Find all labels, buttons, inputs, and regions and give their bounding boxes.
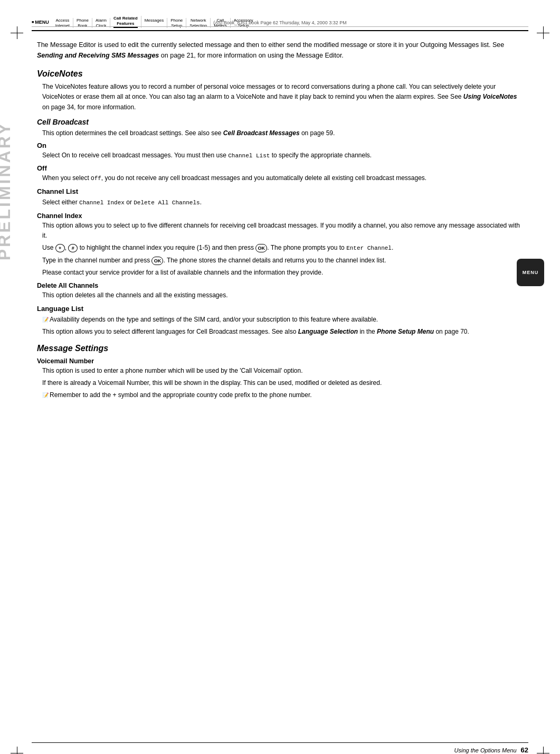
channel-index-body3: Type in the channel number and press OK.… (37, 256, 523, 266)
menu-button-label: MENU (523, 270, 539, 275)
delete-all-body: This option deletes all the channels and… (37, 290, 523, 300)
page-number: 62 (521, 746, 528, 754)
preliminary-watermark: PRELIMINARY (0, 121, 14, 260)
cell-broadcast-link: Cell Broadcast Messages (223, 129, 300, 137)
nav-active-line (113, 27, 138, 28)
note-icon2: 📝 (42, 391, 49, 400)
crosshair-tr (537, 26, 549, 39)
cell-broadcast-body: This option determines the cell broadcas… (37, 128, 523, 138)
intro-text-start: The Message Editor is used to edit the c… (37, 41, 504, 49)
intro-text-end: on page 21, for more information on usin… (159, 52, 344, 59)
voicemail-number-note: 📝Remember to add the + symbol and the ap… (37, 390, 523, 400)
note-icon: 📝 (42, 316, 49, 324)
voicemail-number-heading: Voicemail Number (37, 357, 523, 365)
crosshair-tl (11, 26, 23, 39)
on-heading: On (37, 142, 523, 149)
language-list-body: This option allows you to select differe… (37, 327, 523, 337)
page-footer: Using the Options Menu 62 (32, 742, 528, 754)
off-heading: Off (37, 164, 523, 172)
on-body: Select On to receive cell broadcast mess… (37, 150, 523, 161)
voicemail-number-body2: If there is already a Voicemail Number, … (37, 378, 523, 388)
channel-index-body2: Use +, # to highlight the channel index … (37, 243, 523, 253)
nav-hash-icon: # (68, 244, 78, 252)
crosshair-br (537, 747, 549, 754)
voicenotes-link: Using VoiceNotes (463, 93, 517, 100)
channel-index-body4: Please contact your service provider for… (37, 268, 523, 278)
intro-bold-link: Sending and Receiving SMS Messages (37, 52, 159, 59)
page-wrapper: (A5) Book_8J51.book Page 62 Thursday, Ma… (0, 16, 560, 754)
message-settings-heading: Message Settings (37, 344, 523, 353)
footer-text: Using the Options Menu (32, 747, 517, 753)
nav-plus-icon: + (55, 244, 65, 252)
channel-list-heading: Channel List (37, 187, 523, 195)
ok-button-icon2: OK (151, 257, 163, 265)
phone-setup-menu-link: Phone Setup Menu (377, 328, 434, 335)
channel-index-body1: This option allows you to select up to f… (37, 221, 523, 241)
cell-broadcast-heading: Cell Broadcast (37, 118, 523, 126)
main-content: The Message Editor is used to edit the c… (37, 40, 523, 400)
voicenotes-body: The VoiceNotes feature allows you to rec… (37, 82, 523, 112)
language-selection-link: Language Selection (298, 328, 358, 335)
delete-all-heading: Delete All Channels (37, 282, 523, 289)
intro-paragraph: The Message Editor is used to edit the c… (37, 40, 523, 61)
crosshair-bl (11, 747, 23, 754)
page-header-bar: (A5) Book_8J51.book Page 62 Thursday, Ma… (32, 20, 528, 27)
off-body: When you select Off, you do not receive … (37, 173, 523, 184)
voicemail-number-body1: This option is used to enter a phone num… (37, 366, 523, 376)
language-list-note: 📝Availability depends on the type and se… (37, 315, 523, 325)
ok-button-icon: OK (255, 244, 267, 252)
language-list-heading: Language List (37, 305, 523, 313)
header-text: (A5) Book_8J51.book Page 62 Thursday, Ma… (213, 20, 346, 25)
voicenotes-heading: VoiceNotes (37, 69, 523, 79)
menu-button-right[interactable]: MENU (517, 259, 544, 286)
channel-index-heading: Channel Index (37, 212, 523, 220)
channel-list-body: Select either Channel Index or Delete Al… (37, 197, 523, 208)
